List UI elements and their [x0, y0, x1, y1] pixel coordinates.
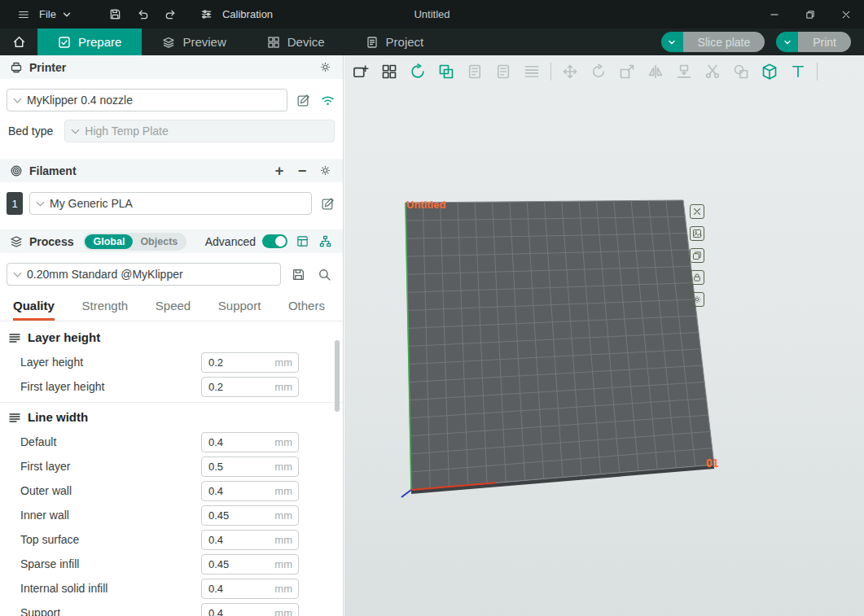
- param-input[interactable]: [202, 381, 274, 393]
- printer-preset-dropdown[interactable]: MyKlipper 0.4 nozzle: [7, 89, 287, 111]
- filament-settings-gear-icon[interactable]: [317, 163, 333, 179]
- mirror-icon[interactable]: [646, 62, 665, 81]
- cut-icon[interactable]: [703, 62, 722, 81]
- param-input[interactable]: [202, 583, 274, 595]
- param-input[interactable]: [202, 485, 274, 497]
- tab-others[interactable]: Others: [288, 299, 325, 321]
- redo-icon[interactable]: [160, 4, 182, 25]
- edit-printer-icon[interactable]: [294, 91, 312, 109]
- add-plate-icon[interactable]: [351, 62, 371, 81]
- parameter-list: Layer heightLayer heightmmFirst layer he…: [0, 323, 343, 616]
- print-button[interactable]: Print: [776, 32, 851, 52]
- scale-icon[interactable]: [617, 62, 637, 81]
- param-group-layer-height: Layer heightLayer heightmmFirst layer he…: [0, 323, 343, 399]
- slice-plate-button[interactable]: Slice plate: [661, 32, 765, 52]
- param-unit: mm: [274, 583, 298, 595]
- rotate-icon[interactable]: [589, 62, 608, 81]
- param-input[interactable]: [202, 607, 274, 616]
- tab-support[interactable]: Support: [218, 299, 261, 321]
- filament-preset-dropdown[interactable]: My Generic PLA: [29, 192, 312, 215]
- param-unit: mm: [274, 356, 298, 369]
- auto-orient-icon[interactable]: [408, 62, 428, 81]
- lay-on-face-icon[interactable]: [674, 62, 694, 81]
- save-icon[interactable]: [105, 4, 126, 25]
- split-to-parts-icon[interactable]: [465, 62, 485, 81]
- arrange-icon[interactable]: [379, 62, 399, 81]
- object-organize-icon[interactable]: [317, 234, 333, 250]
- param-input[interactable]: [202, 356, 274, 369]
- param-label: Support: [20, 606, 201, 616]
- close-button[interactable]: [828, 0, 864, 28]
- param-group-header: Line width: [0, 403, 343, 430]
- viewport-3d[interactable]: Untitled 01: [344, 55, 864, 616]
- param-label: Default: [20, 435, 201, 448]
- process-scope-toggle[interactable]: Global Objects: [83, 233, 186, 251]
- bed-type-dropdown[interactable]: High Temp Plate: [64, 120, 335, 142]
- process-preset-dropdown[interactable]: 0.20mm Standard @MyKlipper: [7, 263, 281, 286]
- minimize-button[interactable]: [757, 0, 792, 28]
- tab-strength[interactable]: Strength: [81, 299, 128, 321]
- arrange-plate-icon: [692, 229, 702, 238]
- param-input[interactable]: [202, 461, 274, 473]
- tab-speed[interactable]: Speed: [156, 299, 191, 321]
- search-icon[interactable]: [315, 265, 333, 283]
- build-plate[interactable]: [344, 55, 864, 616]
- param-row: Inner wallmm: [0, 503, 343, 527]
- lock-icon: [692, 273, 702, 282]
- fill-bed-with-copies-icon[interactable]: [493, 62, 513, 81]
- project-icon: [366, 36, 379, 49]
- save-preset-icon[interactable]: [289, 265, 307, 283]
- advanced-toggle[interactable]: [262, 234, 287, 248]
- add-filament-button[interactable]: +: [271, 164, 287, 178]
- param-input-box: mm: [201, 554, 299, 574]
- param-input[interactable]: [202, 534, 274, 546]
- tab-project[interactable]: Project: [345, 28, 445, 55]
- dropdown-chevron-icon: [14, 269, 22, 277]
- close-icon: [841, 10, 851, 20]
- home-button[interactable]: [0, 28, 37, 55]
- param-row: Top surfacemm: [0, 527, 343, 552]
- split-to-objects-icon[interactable]: [436, 62, 456, 81]
- tab-prepare-label: Prepare: [78, 35, 121, 49]
- param-label: First layer: [20, 460, 201, 473]
- print-options-chevron-icon[interactable]: [776, 32, 798, 52]
- arrange-plate-button[interactable]: [690, 226, 704, 241]
- wifi-connection-icon[interactable]: [318, 91, 336, 109]
- text-shape-icon[interactable]: [788, 62, 808, 81]
- filament-slot-badge[interactable]: 1: [7, 192, 23, 215]
- param-unit: mm: [274, 607, 298, 616]
- move-icon[interactable]: [560, 62, 580, 81]
- mesh-boolean-icon[interactable]: [731, 62, 751, 81]
- tab-prepare[interactable]: Prepare: [37, 28, 142, 55]
- assembly-view-icon[interactable]: [760, 62, 779, 81]
- tab-preview[interactable]: Preview: [142, 28, 246, 55]
- tab-quality[interactable]: Quality: [13, 299, 55, 321]
- printer-settings-gear-icon[interactable]: [317, 59, 333, 76]
- edit-filament-icon[interactable]: [318, 194, 336, 212]
- lock-plate-button[interactable]: [690, 270, 704, 285]
- plate-settings-gear-icon: [692, 295, 702, 304]
- sidebar-scrollbar[interactable]: [335, 340, 340, 412]
- app-menu-button[interactable]: File: [8, 4, 77, 25]
- param-input[interactable]: [202, 509, 274, 522]
- tab-device[interactable]: Device: [247, 28, 345, 55]
- param-input[interactable]: [202, 558, 274, 570]
- scope-global-option[interactable]: Global: [85, 234, 133, 249]
- maximize-button[interactable]: [792, 0, 828, 28]
- remove-filament-button[interactable]: −: [294, 164, 310, 178]
- undo-icon[interactable]: [133, 4, 154, 25]
- calibration-button[interactable]: Calibration: [196, 4, 273, 25]
- process-preset-row: 0.20mm Standard @MyKlipper: [0, 253, 343, 291]
- orient-plate-button[interactable]: [690, 248, 704, 263]
- param-unit: mm: [274, 485, 298, 497]
- variable-layer-height-icon[interactable]: [522, 62, 542, 81]
- scope-objects-option[interactable]: Objects: [133, 234, 185, 249]
- preview-icon: [162, 36, 175, 49]
- toolbar-separator: [817, 63, 818, 81]
- plate-settings-button[interactable]: [690, 292, 704, 307]
- param-input-box: mm: [201, 530, 299, 550]
- parameter-table-icon[interactable]: [294, 234, 310, 250]
- slice-options-chevron-icon[interactable]: [661, 32, 683, 52]
- delete-plate-button[interactable]: [690, 204, 704, 219]
- param-input[interactable]: [202, 436, 274, 448]
